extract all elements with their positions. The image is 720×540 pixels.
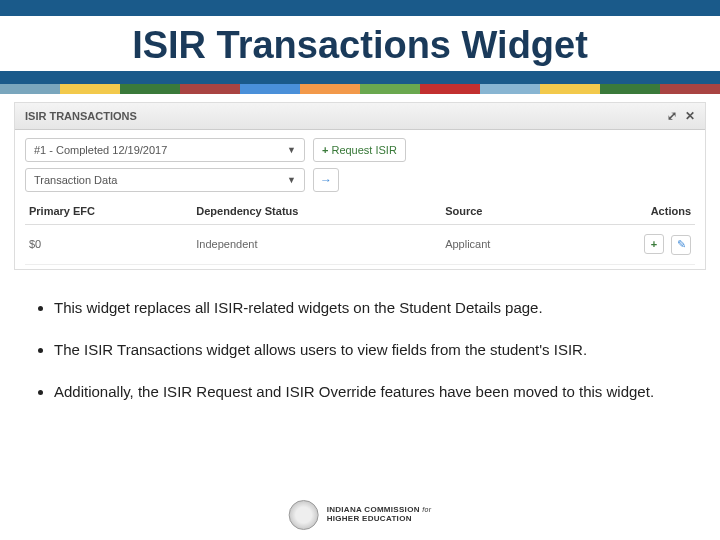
cell-actions: + ✎ bbox=[562, 225, 696, 265]
footer-text: INDIANA COMMISSION for HIGHER EDUCATION bbox=[327, 506, 432, 524]
arrow-right-icon: → bbox=[320, 173, 332, 187]
cell-dep: Independent bbox=[192, 225, 441, 265]
col-source: Source bbox=[441, 198, 561, 225]
request-isir-label: Request ISIR bbox=[331, 144, 396, 156]
table-header-row: Primary EFC Dependency Status Source Act… bbox=[25, 198, 695, 225]
go-button[interactable]: → bbox=[313, 168, 339, 192]
request-isir-button[interactable]: + Request ISIR bbox=[313, 138, 406, 162]
transaction-select-value: #1 - Completed 12/19/2017 bbox=[34, 144, 167, 156]
widget-header-title: ISIR TRANSACTIONS bbox=[25, 110, 137, 122]
bullet-3: Additionally, the ISIR Request and ISIR … bbox=[54, 382, 684, 402]
footer-line1: INDIANA COMMISSION bbox=[327, 505, 420, 514]
col-primary-efc: Primary EFC bbox=[25, 198, 192, 225]
plus-icon: + bbox=[322, 144, 328, 156]
transaction-data-select[interactable]: Transaction Data ▼ bbox=[25, 168, 305, 192]
cell-efc: $0 bbox=[25, 225, 192, 265]
close-icon[interactable]: ✕ bbox=[685, 109, 695, 123]
add-action-button[interactable]: + bbox=[644, 234, 664, 254]
description-bullets: This widget replaces all ISIR-related wi… bbox=[36, 298, 684, 403]
chevron-down-icon: ▼ bbox=[287, 175, 296, 185]
isir-widget: ISIR TRANSACTIONS ⤢ ✕ #1 - Completed 12/… bbox=[14, 102, 706, 270]
footer-logo: INDIANA COMMISSION for HIGHER EDUCATION bbox=[289, 500, 432, 530]
footer-line2: HIGHER EDUCATION bbox=[327, 515, 432, 524]
cell-src: Applicant bbox=[441, 225, 561, 265]
table-row: $0 Independent Applicant + ✎ bbox=[25, 225, 695, 265]
widget-header: ISIR TRANSACTIONS ⤢ ✕ bbox=[15, 103, 705, 130]
transaction-select[interactable]: #1 - Completed 12/19/2017 ▼ bbox=[25, 138, 305, 162]
transaction-data-label: Transaction Data bbox=[34, 174, 117, 186]
col-actions: Actions bbox=[562, 198, 696, 225]
collapse-icon[interactable]: ⤢ bbox=[667, 109, 677, 123]
footer-for: for bbox=[422, 506, 431, 513]
col-dependency-status: Dependency Status bbox=[192, 198, 441, 225]
bullet-1: This widget replaces all ISIR-related wi… bbox=[54, 298, 684, 318]
color-strip bbox=[0, 84, 720, 94]
page-title: ISIR Transactions Widget bbox=[0, 16, 720, 71]
chevron-down-icon: ▼ bbox=[287, 145, 296, 155]
widget-body: #1 - Completed 12/19/2017 ▼ + Request IS… bbox=[15, 130, 705, 269]
bullet-2: The ISIR Transactions widget allows user… bbox=[54, 340, 684, 360]
seal-icon bbox=[289, 500, 319, 530]
override-action-button[interactable]: ✎ bbox=[671, 235, 691, 255]
isir-table: Primary EFC Dependency Status Source Act… bbox=[25, 198, 695, 265]
